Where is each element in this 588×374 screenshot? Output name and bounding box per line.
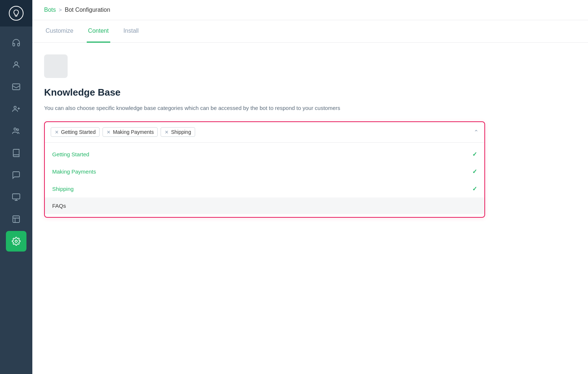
tabs-bar: Customize Content Install xyxy=(32,20,588,43)
bot-header xyxy=(44,54,520,78)
svg-point-4 xyxy=(17,129,19,131)
dropdown-item-label-shipping: Shipping xyxy=(52,186,74,192)
svg-rect-1 xyxy=(12,84,20,90)
selected-tag-getting-started[interactable]: ✕ Getting Started xyxy=(51,127,100,137)
sidebar-item-conversations[interactable] xyxy=(6,165,26,185)
multi-select-header[interactable]: ✕ Getting Started ✕ Making Payments ✕ Sh… xyxy=(45,122,484,143)
breadcrumb-parent[interactable]: Bots xyxy=(44,7,56,13)
sidebar-item-inbox[interactable] xyxy=(6,76,26,97)
breadcrumb-current: Bot Configuration xyxy=(65,7,110,13)
svg-point-7 xyxy=(15,240,17,242)
sidebar-item-settings[interactable] xyxy=(6,231,26,252)
tag-remove-getting-started[interactable]: ✕ xyxy=(55,130,59,135)
check-icon-getting-started: ✓ xyxy=(472,151,477,158)
tag-label-shipping: Shipping xyxy=(171,129,191,135)
svg-point-2 xyxy=(14,106,16,108)
tab-install[interactable]: Install xyxy=(122,20,140,43)
breadcrumb-separator: > xyxy=(59,7,62,13)
tag-label-getting-started: Getting Started xyxy=(61,129,96,135)
dropdown-list: Getting Started ✓ Making Payments ✓ Ship… xyxy=(45,143,484,217)
sidebar-item-contacts[interactable] xyxy=(6,99,26,119)
svg-rect-6 xyxy=(13,216,19,222)
section-description: You can also choose specific knowledge b… xyxy=(44,104,412,113)
dropdown-item-making-payments[interactable]: Making Payments ✓ xyxy=(45,163,484,180)
content-area: Customize Content Install Knowledge Base… xyxy=(32,20,588,374)
tab-customize[interactable]: Customize xyxy=(44,20,75,43)
dropdown-chevron-up-icon[interactable]: ⌃ xyxy=(474,129,478,136)
tab-content[interactable]: Content xyxy=(87,20,110,43)
sidebar-item-teams[interactable] xyxy=(6,121,26,141)
sidebar-item-support[interactable] xyxy=(6,32,26,53)
sidebar-item-reports[interactable] xyxy=(6,209,26,229)
sidebar-nav xyxy=(0,26,32,374)
knowledge-base-selector[interactable]: ✕ Getting Started ✕ Making Payments ✕ Sh… xyxy=(44,121,485,218)
check-icon-making-payments: ✓ xyxy=(472,168,477,175)
check-icon-shipping: ✓ xyxy=(472,185,477,192)
tag-label-making-payments: Making Payments xyxy=(113,129,154,135)
section-title: Knowledge Base xyxy=(44,87,520,98)
svg-point-0 xyxy=(15,62,18,65)
tag-remove-shipping[interactable]: ✕ xyxy=(165,130,169,135)
sidebar-item-profile[interactable] xyxy=(6,54,26,75)
dropdown-item-getting-started[interactable]: Getting Started ✓ xyxy=(45,146,484,163)
tag-remove-making-payments[interactable]: ✕ xyxy=(107,130,111,135)
sidebar-logo xyxy=(0,0,32,26)
page-header: Bots > Bot Configuration xyxy=(32,0,588,20)
bot-avatar xyxy=(44,54,68,78)
breadcrumb: Bots > Bot Configuration xyxy=(44,7,110,13)
sidebar-item-campaigns[interactable] xyxy=(6,187,26,207)
svg-point-3 xyxy=(14,128,16,130)
sidebar-item-knowledge[interactable] xyxy=(6,143,26,163)
selected-tag-shipping[interactable]: ✕ Shipping xyxy=(161,127,195,137)
dropdown-item-faqs[interactable]: FAQs xyxy=(45,197,484,214)
dropdown-item-shipping[interactable]: Shipping ✓ xyxy=(45,180,484,197)
main-area: Bots > Bot Configuration Customize Conte… xyxy=(32,0,588,374)
app-logo-icon xyxy=(9,6,24,21)
dropdown-item-label-faqs: FAQs xyxy=(52,203,66,209)
page-content: Knowledge Base You can also choose speci… xyxy=(32,43,532,229)
svg-rect-5 xyxy=(12,194,20,199)
dropdown-item-label-getting-started: Getting Started xyxy=(52,151,89,157)
sidebar xyxy=(0,0,32,374)
selected-tag-making-payments[interactable]: ✕ Making Payments xyxy=(103,127,158,137)
dropdown-item-label-making-payments: Making Payments xyxy=(52,168,96,175)
